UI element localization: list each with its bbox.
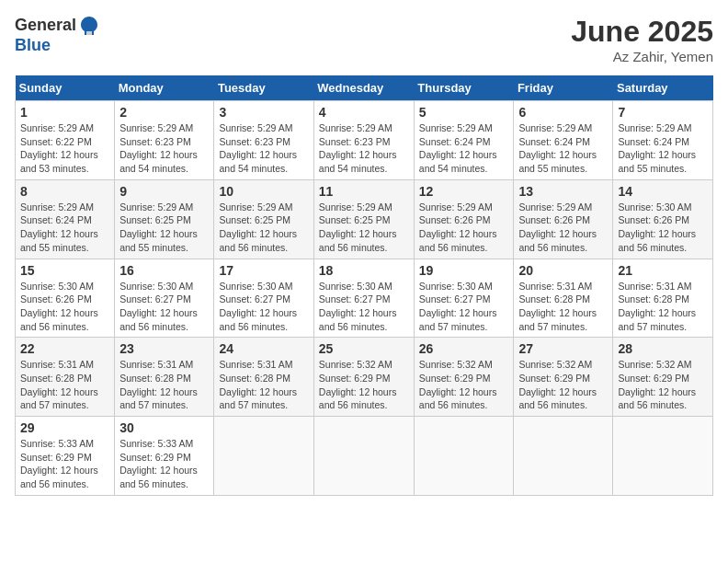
calendar-cell: 30 Sunrise: 5:33 AMSunset: 6:29 PMDaylig… — [115, 417, 214, 496]
calendar-cell: 25 Sunrise: 5:32 AMSunset: 6:29 PMDaylig… — [313, 338, 414, 417]
calendar-week-row: 29 Sunrise: 5:33 AMSunset: 6:29 PMDaylig… — [16, 417, 713, 496]
day-number: 26 — [419, 341, 509, 356]
calendar-cell: 7 Sunrise: 5:29 AMSunset: 6:24 PMDayligh… — [613, 101, 713, 180]
day-number: 16 — [119, 263, 209, 278]
calendar-cell: 24 Sunrise: 5:31 AMSunset: 6:28 PMDaylig… — [214, 338, 313, 417]
calendar-cell: 2 Sunrise: 5:29 AMSunset: 6:23 PMDayligh… — [115, 101, 214, 180]
calendar-cell: 10 Sunrise: 5:29 AMSunset: 6:25 PMDaylig… — [214, 179, 313, 259]
header-saturday: Saturday — [613, 75, 713, 101]
calendar-cell: 22 Sunrise: 5:31 AMSunset: 6:28 PMDaylig… — [16, 338, 115, 417]
day-number: 30 — [119, 420, 209, 435]
day-number: 5 — [419, 105, 509, 120]
header-wednesday: Wednesday — [313, 75, 414, 101]
day-info: Sunrise: 5:31 AMSunset: 6:28 PMDaylight:… — [518, 281, 597, 332]
weekday-header-row: Sunday Monday Tuesday Wednesday Thursday… — [16, 75, 713, 101]
day-number: 24 — [219, 341, 308, 356]
calendar-cell: 13 Sunrise: 5:29 AMSunset: 6:26 PMDaylig… — [514, 179, 613, 259]
day-info: Sunrise: 5:29 AMSunset: 6:24 PMDaylight:… — [518, 122, 597, 174]
calendar-cell: 18 Sunrise: 5:30 AMSunset: 6:27 PMDaylig… — [313, 259, 414, 338]
day-info: Sunrise: 5:33 AMSunset: 6:29 PMDaylight:… — [119, 438, 198, 489]
calendar-week-row: 22 Sunrise: 5:31 AMSunset: 6:28 PMDaylig… — [16, 338, 713, 417]
location-title: Az Zahir, Yemen — [571, 49, 713, 64]
header-monday: Monday — [115, 75, 214, 101]
title-area: June 2025 Az Zahir, Yemen — [571, 15, 713, 64]
day-number: 7 — [618, 105, 708, 120]
calendar-cell: 23 Sunrise: 5:31 AMSunset: 6:28 PMDaylig… — [115, 338, 214, 417]
calendar-cell: 8 Sunrise: 5:29 AMSunset: 6:24 PMDayligh… — [16, 179, 115, 259]
day-info: Sunrise: 5:29 AMSunset: 6:23 PMDaylight:… — [219, 122, 297, 174]
day-info: Sunrise: 5:32 AMSunset: 6:29 PMDaylight:… — [518, 359, 597, 410]
calendar-cell — [514, 417, 613, 496]
day-number: 29 — [20, 420, 109, 435]
day-info: Sunrise: 5:29 AMSunset: 6:25 PMDaylight:… — [319, 201, 397, 253]
calendar-cell — [613, 417, 713, 496]
day-info: Sunrise: 5:32 AMSunset: 6:29 PMDaylight:… — [419, 359, 497, 410]
day-number: 17 — [219, 263, 308, 278]
header-sunday: Sunday — [16, 75, 115, 101]
calendar-week-row: 8 Sunrise: 5:29 AMSunset: 6:24 PMDayligh… — [16, 179, 713, 259]
calendar-cell: 28 Sunrise: 5:32 AMSunset: 6:29 PMDaylig… — [613, 338, 713, 417]
calendar-cell: 5 Sunrise: 5:29 AMSunset: 6:24 PMDayligh… — [414, 101, 514, 180]
day-number: 11 — [319, 184, 409, 199]
day-number: 19 — [419, 263, 509, 278]
day-info: Sunrise: 5:29 AMSunset: 6:24 PMDaylight:… — [618, 122, 696, 174]
day-info: Sunrise: 5:29 AMSunset: 6:26 PMDaylight:… — [518, 201, 597, 253]
day-number: 13 — [518, 184, 608, 199]
calendar-cell: 29 Sunrise: 5:33 AMSunset: 6:29 PMDaylig… — [16, 417, 115, 496]
calendar-cell — [414, 417, 514, 496]
calendar-cell: 15 Sunrise: 5:30 AMSunset: 6:26 PMDaylig… — [16, 259, 115, 338]
day-number: 3 — [219, 105, 308, 120]
day-number: 9 — [119, 184, 209, 199]
day-number: 18 — [319, 263, 409, 278]
calendar-cell: 16 Sunrise: 5:30 AMSunset: 6:27 PMDaylig… — [115, 259, 214, 338]
calendar-cell: 27 Sunrise: 5:32 AMSunset: 6:29 PMDaylig… — [514, 338, 613, 417]
calendar-cell: 4 Sunrise: 5:29 AMSunset: 6:23 PMDayligh… — [313, 101, 414, 180]
day-info: Sunrise: 5:29 AMSunset: 6:24 PMDaylight:… — [419, 122, 497, 174]
day-number: 1 — [20, 105, 109, 120]
calendar-cell: 21 Sunrise: 5:31 AMSunset: 6:28 PMDaylig… — [613, 259, 713, 338]
calendar-cell: 9 Sunrise: 5:29 AMSunset: 6:25 PMDayligh… — [115, 179, 214, 259]
header-thursday: Thursday — [414, 75, 514, 101]
calendar-cell: 1 Sunrise: 5:29 AMSunset: 6:22 PMDayligh… — [16, 101, 115, 180]
day-info: Sunrise: 5:31 AMSunset: 6:28 PMDaylight:… — [20, 359, 98, 410]
day-number: 14 — [618, 184, 708, 199]
month-title: June 2025 — [571, 15, 713, 49]
day-number: 22 — [20, 341, 109, 356]
day-info: Sunrise: 5:30 AMSunset: 6:27 PMDaylight:… — [119, 281, 198, 332]
calendar-week-row: 1 Sunrise: 5:29 AMSunset: 6:22 PMDayligh… — [16, 101, 713, 180]
day-info: Sunrise: 5:30 AMSunset: 6:27 PMDaylight:… — [319, 281, 397, 332]
day-number: 27 — [518, 341, 608, 356]
day-number: 25 — [319, 341, 409, 356]
page-header: General Blue June 2025 Az Zahir, Yemen — [15, 15, 713, 64]
day-info: Sunrise: 5:29 AMSunset: 6:24 PMDaylight:… — [20, 201, 98, 253]
day-number: 6 — [518, 105, 608, 120]
calendar-cell: 26 Sunrise: 5:32 AMSunset: 6:29 PMDaylig… — [414, 338, 514, 417]
header-tuesday: Tuesday — [214, 75, 313, 101]
day-info: Sunrise: 5:29 AMSunset: 6:25 PMDaylight:… — [219, 201, 297, 253]
day-info: Sunrise: 5:29 AMSunset: 6:23 PMDaylight:… — [319, 122, 397, 174]
day-info: Sunrise: 5:33 AMSunset: 6:29 PMDaylight:… — [20, 438, 98, 489]
day-info: Sunrise: 5:31 AMSunset: 6:28 PMDaylight:… — [618, 281, 696, 332]
logo-blue: Blue — [15, 36, 51, 54]
day-number: 28 — [618, 341, 708, 356]
day-number: 15 — [20, 263, 109, 278]
logo: General Blue — [15, 15, 100, 55]
day-number: 12 — [419, 184, 509, 199]
day-info: Sunrise: 5:31 AMSunset: 6:28 PMDaylight:… — [119, 359, 198, 410]
day-info: Sunrise: 5:30 AMSunset: 6:27 PMDaylight:… — [419, 281, 497, 332]
day-info: Sunrise: 5:32 AMSunset: 6:29 PMDaylight:… — [319, 359, 397, 410]
day-info: Sunrise: 5:29 AMSunset: 6:26 PMDaylight:… — [419, 201, 497, 253]
day-number: 21 — [618, 263, 708, 278]
day-info: Sunrise: 5:29 AMSunset: 6:23 PMDaylight:… — [119, 122, 198, 174]
calendar-week-row: 15 Sunrise: 5:30 AMSunset: 6:26 PMDaylig… — [16, 259, 713, 338]
day-info: Sunrise: 5:29 AMSunset: 6:22 PMDaylight:… — [20, 122, 98, 174]
day-info: Sunrise: 5:30 AMSunset: 6:26 PMDaylight:… — [618, 201, 696, 253]
calendar-cell: 11 Sunrise: 5:29 AMSunset: 6:25 PMDaylig… — [313, 179, 414, 259]
day-info: Sunrise: 5:30 AMSunset: 6:27 PMDaylight:… — [219, 281, 297, 332]
calendar-cell: 20 Sunrise: 5:31 AMSunset: 6:28 PMDaylig… — [514, 259, 613, 338]
logo-general: General — [15, 17, 76, 35]
day-number: 20 — [518, 263, 608, 278]
day-number: 23 — [119, 341, 209, 356]
calendar-cell: 19 Sunrise: 5:30 AMSunset: 6:27 PMDaylig… — [414, 259, 514, 338]
header-friday: Friday — [514, 75, 613, 101]
